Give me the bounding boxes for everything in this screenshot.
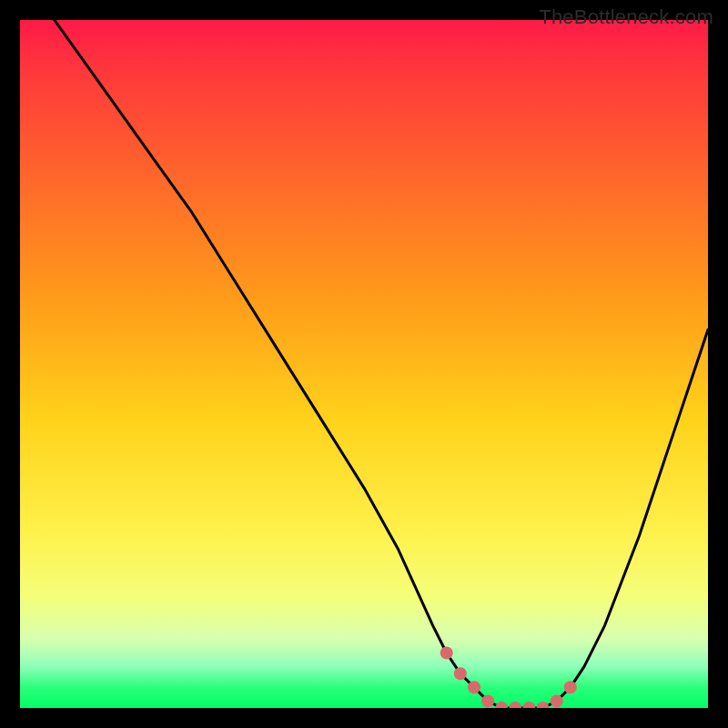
- watermark-text: TheBottleneck.com: [539, 5, 713, 29]
- min-marker: [537, 702, 550, 708]
- min-marker: [481, 694, 494, 707]
- min-marker: [495, 702, 508, 708]
- min-marker: [440, 647, 453, 660]
- min-marker: [522, 702, 535, 708]
- min-marker: [564, 681, 577, 693]
- min-marker: [509, 702, 521, 708]
- plot-area: [20, 20, 708, 708]
- minimum-markers: [20, 20, 708, 708]
- chart-frame: TheBottleneck.com: [0, 0, 728, 728]
- min-marker: [468, 681, 480, 693]
- min-marker: [551, 694, 563, 707]
- min-marker: [454, 667, 467, 680]
